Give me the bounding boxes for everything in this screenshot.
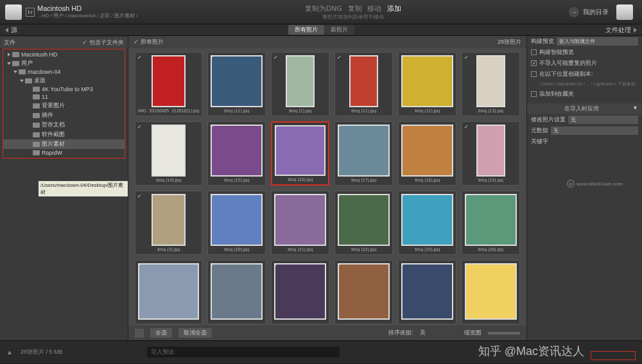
grid-footer: 全选 取消全选 排序依据: 关 缩览图: [128, 325, 526, 340]
build-preview-select[interactable]: 嵌入与附属文件: [557, 37, 638, 46]
tree-item[interactable]: 暂存文档: [3, 120, 125, 130]
check-icon[interactable]: ✓: [137, 263, 142, 268]
thumb-size-slider[interactable]: [488, 332, 520, 334]
metadata-select[interactable]: 无: [551, 126, 638, 135]
deselect-all-button[interactable]: 取消全选: [178, 328, 212, 338]
check-icon[interactable]: ✓: [464, 124, 469, 130]
tree-item[interactable]: macdown-04: [3, 68, 125, 76]
check-icon[interactable]: ✓: [401, 263, 405, 268]
check-icon[interactable]: ✓: [401, 55, 405, 60]
tree-item[interactable]: Macintosh HD: [3, 51, 125, 58]
select-all-button[interactable]: 全选: [150, 328, 172, 338]
import-preset-input[interactable]: 导入预设:: [147, 347, 340, 358]
tree-item[interactable]: 软件截图: [3, 130, 125, 139]
thumbnail-cell[interactable]: ✓ timg (28).jpg: [462, 191, 520, 255]
tree-item[interactable]: 桌面: [3, 76, 125, 85]
all-photos-check[interactable]: ✓ 所有照片: [134, 38, 164, 46]
check-icon[interactable]: ✓: [464, 263, 469, 268]
backup-path: / Users / macdown-04 / ... / Lightroom /…: [527, 80, 642, 89]
mode-copy[interactable]: 复制: [348, 4, 362, 12]
thumbnail-cell[interactable]: ✓ timg (19).jpg: [462, 121, 520, 186]
check-icon[interactable]: ✓: [273, 193, 278, 199]
add-collection-checkbox[interactable]: [531, 91, 537, 97]
dev-settings-select[interactable]: 无: [568, 116, 638, 124]
check-icon[interactable]: ✓: [401, 193, 405, 199]
thumb-filename: timg (20).jpg: [224, 247, 249, 252]
tab-bar: 源 所有照片 新照片 文件处理: [0, 24, 642, 36]
thumbnail-cell[interactable]: ✓: [334, 260, 393, 324]
thumbnail-cell[interactable]: ✓ timg (17).jpg: [334, 121, 393, 186]
check-icon[interactable]: ✓: [137, 193, 142, 199]
check-icon[interactable]: ✓: [464, 55, 469, 60]
check-icon[interactable]: ✓: [337, 263, 342, 268]
check-icon[interactable]: ✓: [337, 193, 342, 199]
thumbnail-cell[interactable]: ✓ timg (18).jpg: [398, 121, 456, 186]
include-subfolders-toggle[interactable]: ✓ 包含子文件夹: [82, 39, 124, 47]
check-icon[interactable]: ✓: [464, 193, 469, 199]
thumbnail-cell[interactable]: ✓ timg (1).jpg: [271, 52, 329, 116]
mode-add[interactable]: 添加: [387, 4, 401, 12]
backup-checkbox[interactable]: [531, 71, 537, 77]
my-catalog-label[interactable]: 我的目录: [583, 8, 609, 17]
thumb-filename: timg (11).jpg: [224, 108, 249, 113]
thumbnail-cell[interactable]: ✓ IMG_20190405_212016(1).jpg: [135, 52, 202, 116]
tab-new-photos[interactable]: 新照片: [324, 25, 354, 35]
smart-preview-checkbox[interactable]: [531, 49, 537, 55]
thumbnail-cell[interactable]: ✓: [398, 260, 456, 324]
build-preview-label: 构建预览: [531, 37, 554, 46]
thumbnail-cell[interactable]: ✓: [271, 260, 329, 324]
thumbnail-cell[interactable]: ✓ timg (16).jpg: [271, 121, 329, 186]
check-icon[interactable]: ✓: [210, 263, 214, 268]
check-icon[interactable]: ✓: [274, 125, 279, 130]
tree-item[interactable]: RapidW: [3, 149, 125, 157]
path-tooltip: /Users/macdown-04/Desktop/图片素材: [39, 181, 128, 196]
thumbnail-cell[interactable]: ✓ timg (15).jpg: [207, 121, 266, 186]
thumbnail-cell[interactable]: ✓ timg (2).jpg: [135, 191, 202, 255]
collapse-right-icon[interactable]: [634, 28, 637, 33]
check-icon[interactable]: ✓: [337, 124, 342, 130]
check-icon[interactable]: ✓: [401, 124, 405, 130]
check-icon[interactable]: ✓: [337, 55, 342, 60]
destination-arrow-icon[interactable]: →: [569, 7, 579, 17]
mode-description: 将照片添加到目录而不移动: [137, 13, 569, 21]
no-duplicate-checkbox[interactable]: [531, 60, 537, 66]
apply-on-import-label: 在导入时应用: [564, 105, 599, 113]
zhihu-watermark: 知乎 @Mac资讯达人: [478, 343, 584, 359]
mode-move[interactable]: 移动: [367, 4, 381, 12]
check-icon[interactable]: ✓: [210, 55, 214, 60]
file-handling-label: 文件处理: [605, 26, 631, 35]
thumbnail-cell[interactable]: ✓ timg (14).jpg: [135, 121, 202, 186]
thumbnail-cell[interactable]: ✓: [207, 260, 266, 324]
tree-item[interactable]: 用户: [3, 58, 125, 68]
breadcrumb[interactable]: ...HD / 用户 / macdown04 / 桌面 / 图片素材 /: [37, 12, 137, 19]
keywords-label: 关键字: [531, 137, 548, 146]
thumbnail-cell[interactable]: ✓ timg (12).jpg: [398, 52, 456, 116]
thumbnail-cell[interactable]: ✓ timg (22).jpg: [334, 191, 393, 255]
sort-value[interactable]: 关: [420, 329, 426, 337]
tree-item[interactable]: 图片素材: [3, 139, 125, 149]
check-icon[interactable]: ✓: [273, 263, 278, 268]
thumbnail-cell[interactable]: ✓: [135, 260, 202, 324]
thumbnail-cell[interactable]: ✓ timg (21).jpg: [271, 191, 329, 255]
check-icon[interactable]: ✓: [210, 193, 214, 199]
tree-item[interactable]: 插件: [3, 110, 125, 120]
collapse-left-icon[interactable]: [5, 28, 8, 33]
thumb-filename: timg (22).jpg: [351, 247, 376, 252]
tree-item[interactable]: 4K YouTube to MP3: [3, 85, 125, 93]
mode-copy-dng[interactable]: 复制为DNG: [305, 4, 342, 12]
tree-item[interactable]: 背景图片: [3, 101, 125, 110]
thumbnail-cell[interactable]: ✓ timg (11).jpg: [334, 52, 393, 116]
thumbnail-cell[interactable]: ✓ timg (23).jpg: [398, 191, 456, 255]
check-icon[interactable]: ✓: [210, 124, 214, 130]
check-icon[interactable]: ✓: [273, 55, 278, 60]
thumbnail-cell[interactable]: ✓: [462, 260, 520, 324]
check-icon[interactable]: ✓: [137, 124, 142, 130]
tree-item[interactable]: 11: [3, 93, 125, 101]
thumbnail-cell[interactable]: ✓ timg (20).jpg: [207, 191, 266, 255]
lr-badge-icon: Lr: [26, 8, 35, 17]
thumbnail-cell[interactable]: ✓ timg (11).jpg: [207, 52, 266, 116]
thumbnail-cell[interactable]: ✓ timg (13).jpg: [462, 52, 520, 116]
grid-view-icon[interactable]: [135, 329, 144, 338]
tab-all-photos[interactable]: 所有照片: [288, 25, 324, 35]
check-icon[interactable]: ✓: [137, 55, 142, 60]
